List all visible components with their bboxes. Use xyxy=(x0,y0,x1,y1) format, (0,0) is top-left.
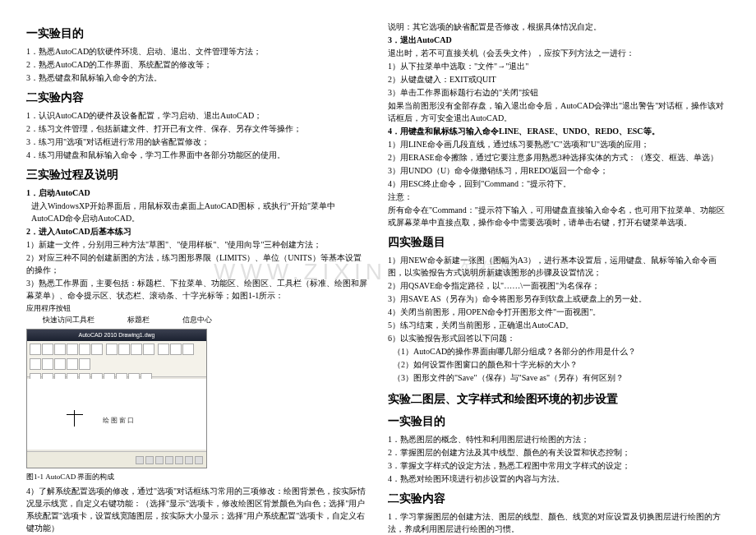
r2c: 3）用UNDO（U）命令做撤销练习，用REDO返回一个命令； xyxy=(388,164,730,177)
annot-infocenter: 信息中心 xyxy=(182,315,212,326)
step2-title: 2．进入AutoCAD后基本练习 xyxy=(26,225,368,238)
e1: 1．熟悉图层的概念、特性和利用图层进行绘图的方法； xyxy=(388,433,730,445)
heading-process: 三实验过程及说明 xyxy=(26,166,368,183)
autocad-screenshot: AutoCAD 2010 Drawing1.dwg 绘 图 窗 口 xyxy=(26,329,207,468)
q6b: （2）如何设置作图窗口的颜色和十字光标的大小？ xyxy=(388,358,730,371)
heading-exp2: 实验二图层、文字样式和绘图环境的初步设置 xyxy=(388,390,730,408)
r1a: 退出时，若不可直接关机（会丢失文件），应按下列方法之一进行： xyxy=(388,47,730,59)
step1-title: 1．启动AutoCAD xyxy=(26,187,368,199)
r1b: 1）从下拉菜单中选取："文件"→"退出" xyxy=(388,60,730,72)
left-column: 一实验目的 1．熟悉AutoCAD的软硬件环境、启动、退出、文件管理等方法； 2… xyxy=(26,20,368,515)
purpose-2: 2．熟悉AutoCAD的工作界面、系统配置的修改等； xyxy=(26,58,368,71)
content-3: 3．练习用"选项"对话框进行常用的缺省配置修改； xyxy=(26,136,368,148)
f1: 1．学习掌握图层的创建方法、图层的线型、颜色、线宽的对应设置及切换图层进行绘图的… xyxy=(388,510,730,535)
e2: 2．掌握图层的创建方法及其中线型、颜色的有关设置和状态控制； xyxy=(388,446,730,459)
step2a: 1）新建一文件，分别用三种方法"草图"、"使用样板"、"使用向导"三种创建方法； xyxy=(26,238,368,251)
r2d: 4）用ESC终止命令，回到"Command："提示符下。 xyxy=(388,178,730,190)
purpose-3: 3．熟悉键盘和鼠标输入命令的方法。 xyxy=(26,71,368,84)
q3: 3）用SAVE AS（另存为）命令将图形另存到软盘上或硬盘上的另一处。 xyxy=(388,293,730,305)
figure-caption: 图1-1 AutoCAD 界面的构成 xyxy=(26,472,368,483)
q4: 4）关闭当前图形，用OPEN命令打开图形文件"一面视图"。 xyxy=(388,306,730,318)
r1d: 3）单击工作界面标题行右边的"关闭"按钮 xyxy=(388,86,730,99)
heading-exp2-purpose: 一实验目的 xyxy=(388,413,730,430)
step2b: 2）对应三种不同的创建新图的方法，练习图形界限（LIMITS）、单位（UNITS… xyxy=(26,251,368,276)
q2: 2）用QSAVE命令指定路径，以"……\一面视图"为名保存； xyxy=(388,279,730,292)
heading-purpose: 一实验目的 xyxy=(26,25,368,42)
right-column: 说明：其它选项的缺省配置是否修改，根据具体情况自定。 3．退出AutoCAD 退… xyxy=(388,20,730,515)
heading-exp2-content: 二实验内容 xyxy=(388,490,730,507)
content-4: 4．练习用键盘和鼠标输入命令，学习工作界面中各部分功能区的使用。 xyxy=(26,149,368,161)
e3: 3．掌握文字样式的设定方法，熟悉工程图中常用文字样式的设定； xyxy=(388,459,730,472)
r-note: 说明：其它选项的缺省配置是否修改，根据具体情况自定。 xyxy=(388,21,730,33)
annot-app-button: 应用程序按钮 xyxy=(26,303,71,315)
ss-drawing-area: 绘 图 窗 口 xyxy=(27,379,206,450)
q6a: （1）AutoCAD的操作界面由哪几部分组成？各部分的作用是什么？ xyxy=(388,345,730,357)
q6c: （3）图形文件的"Save"（保存）与"Save as"（另存）有何区别？ xyxy=(388,371,730,384)
ss-titlebar: AutoCAD 2010 Drawing1.dwg xyxy=(27,330,206,341)
r2b: 2）用ERASE命令擦除，通过它要注意多用熟悉3种选择实体的方式：（逐交、框选、… xyxy=(388,151,730,164)
r-exit-title: 3．退出AutoCAD xyxy=(388,34,730,46)
crosshair-v xyxy=(74,410,75,427)
q1: 1）用NEW命令新建一张图（图幅为A3），进行基本设置后，运用键盘、鼠标等输入命… xyxy=(388,254,730,279)
r1c: 2）从键盘键入：EXIT或QUIT xyxy=(388,73,730,85)
r2f: 所有命令在"Command："提示符下输入，可用键盘直接输入命令名，也可用下拉菜… xyxy=(388,204,730,228)
r1e: 如果当前图形没有全部存盘，输入退出命令后，AutoCAD会弹出"退出警告"对话框… xyxy=(388,99,730,124)
annot-quick-toolbar: 快速访问工具栏 xyxy=(43,315,94,326)
step1-text: 进入WindowsXP开始界面后，用鼠标双击桌面上AutoCAD图标，或执行"开… xyxy=(26,200,368,224)
annot-titlebar: 标题栏 xyxy=(127,315,150,326)
step4: 4）了解系统配置选项的修改，通过"选项"对话框练习常用的三项修改：绘图背景色，按… xyxy=(26,485,368,534)
step2c: 3）熟悉工作界面，主要包括：标题栏、下拉菜单、功能区、绘图区、工具栏（标准、绘图… xyxy=(26,277,368,302)
q5: 5）练习结束，关闭当前图形，正确退出AutoCAD。 xyxy=(388,319,730,331)
e4: 4．熟悉对绘图环境进行初步设置的内容与方法。 xyxy=(388,473,730,485)
r2t: 4．用键盘和鼠标练习输入命令LINE、ERASE、UNDO、REDO、ESC等。 xyxy=(388,125,730,137)
content-2: 2．练习文件管理，包括新建文件、打开已有文件、保存、另存文件等操作； xyxy=(26,122,368,135)
heading-content: 二实验内容 xyxy=(26,89,368,106)
content-1: 1．认识AutoCAD的硬件及设备配置，学习启动、退出AutoCAD； xyxy=(26,109,368,122)
ss-statusbar xyxy=(27,451,206,468)
r2e: 注意： xyxy=(388,191,730,203)
r2a: 1）用LINE命令画几段直线，通过练习要熟悉"C"选项和"U"选项的应用； xyxy=(388,138,730,150)
crosshair-h xyxy=(67,414,83,415)
heading-questions: 四实验题目 xyxy=(388,233,730,251)
purpose-1: 1．熟悉AutoCAD的软硬件环境、启动、退出、文件管理等方法； xyxy=(26,45,368,58)
ss-toolbar xyxy=(27,341,206,377)
q6: 6）以实验报告形式回答以下问题： xyxy=(388,332,730,344)
ss-canvas-label: 绘 图 窗 口 xyxy=(103,416,135,426)
